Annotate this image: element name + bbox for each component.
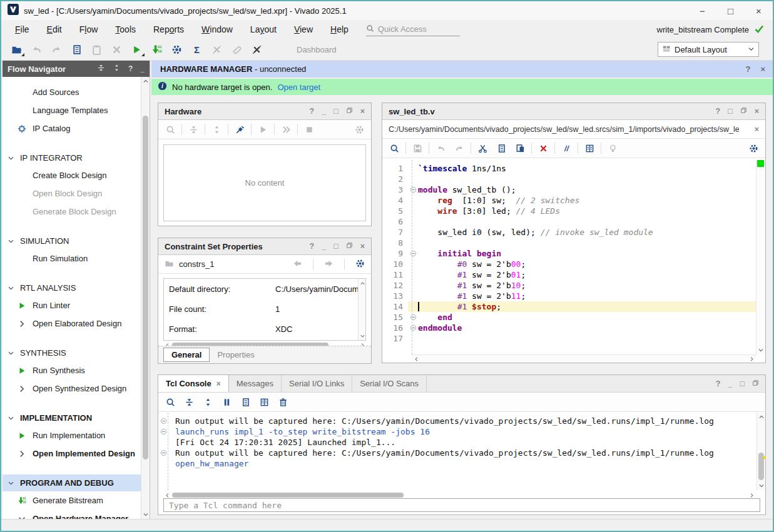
scrollbar-thumb[interactable] <box>143 116 148 459</box>
copy-button[interactable] <box>492 141 511 155</box>
menu-tools[interactable]: Tools <box>106 22 145 37</box>
code-line-9[interactable]: 9 initial begin <box>383 248 756 259</box>
flow-section-rtl-analysis[interactable]: RTL ANALYSIS <box>3 279 141 296</box>
scrollbar-thumb[interactable] <box>172 493 404 498</box>
fold-marker-icon[interactable] <box>410 314 417 321</box>
console-vertical-scrollbar[interactable] <box>756 413 765 490</box>
expand-all-icon[interactable] <box>113 64 121 74</box>
editor-vertical-scrollbar[interactable] <box>756 160 765 354</box>
open-project-button[interactable] <box>6 41 26 58</box>
code-line-12[interactable]: 12 #1 sw = 2'b10; <box>383 280 756 291</box>
copy-button[interactable] <box>236 395 255 409</box>
vertical-scrollbar[interactable] <box>358 279 365 340</box>
scroll-down-icon[interactable] <box>757 481 766 490</box>
find-button[interactable] <box>161 395 180 409</box>
maximize-icon[interactable]: □ <box>740 379 745 388</box>
layout-selector[interactable]: Default Layout <box>658 42 759 57</box>
flow-item-run-simulation[interactable]: Run Simulation <box>3 249 141 268</box>
settings-gear-icon[interactable] <box>355 259 365 270</box>
flow-section-synthesis[interactable]: SYNTHESIS <box>3 344 141 361</box>
flow-item-run-implementation[interactable]: Run Implementation <box>3 426 141 444</box>
close-path-icon[interactable]: × <box>755 125 759 134</box>
code-line-3[interactable]: 3module sw_led_tb (); <box>383 184 756 195</box>
menu-edit[interactable]: Edit <box>38 22 71 37</box>
code-line-17[interactable]: 17 <box>383 333 756 344</box>
delete-button[interactable] <box>534 141 552 155</box>
menu-help[interactable]: Help <box>322 22 357 37</box>
code-line-1[interactable]: 1`timescale 1ns/1ns <box>383 163 756 174</box>
flow-item-create-block-design[interactable]: Create Block Design <box>3 166 141 184</box>
flow-item-open-implemented-design[interactable]: Open Implemented Design <box>3 444 141 463</box>
maximize-button[interactable]: □ <box>716 1 745 20</box>
code-line-10[interactable]: 10 #0 sw = 2'b00; <box>383 259 756 269</box>
help-icon[interactable]: ? <box>310 107 315 116</box>
help-icon[interactable]: ? <box>310 242 315 251</box>
flow-item-open-hardware-manager[interactable]: Open Hardware Manager <box>3 509 141 519</box>
fold-marker-icon[interactable] <box>160 428 167 435</box>
code-area[interactable]: 1`timescale 1ns/1ns23module sw_led_tb ()… <box>383 160 765 354</box>
help-icon[interactable]: ? <box>745 64 750 74</box>
minimize-icon[interactable]: _ <box>322 107 326 116</box>
forward-arrow-icon[interactable] <box>324 259 334 270</box>
code-line-7[interactable]: 7 sw_led i0 (sw, led); // invoke sw_led … <box>383 227 756 238</box>
tab-serial-io-scans[interactable]: Serial I/O Scans <box>352 375 427 392</box>
code-line-13[interactable]: 13 #1 sw = 2'b11; <box>383 291 756 301</box>
expand-all-button[interactable] <box>198 395 217 409</box>
run-button[interactable] <box>126 41 146 58</box>
menu-layout[interactable]: Layout <box>242 22 285 37</box>
tcl-command-input[interactable] <box>164 499 760 511</box>
editor-horizontal-scrollbar[interactable] <box>411 354 756 363</box>
settings-button[interactable] <box>166 41 186 58</box>
code-line-14[interactable]: 14 #1 $stop; <box>383 301 756 312</box>
flow-item-generate-bitstream[interactable]: 0110Generate Bitstream <box>3 491 141 509</box>
flow-item-add-sources[interactable]: Add Sources <box>3 83 141 101</box>
close-icon[interactable]: × <box>760 64 765 74</box>
report-summary-button[interactable]: Σ <box>186 41 206 58</box>
flow-section-program-and-debug[interactable]: PROGRAM AND DEBUG <box>3 474 141 491</box>
float-icon[interactable] <box>740 107 747 116</box>
close-tab-icon[interactable]: × <box>216 379 221 388</box>
copy-object-button[interactable] <box>66 41 86 58</box>
tab-serial-io-links[interactable]: Serial I/O Links <box>282 375 352 392</box>
scroll-left-icon[interactable] <box>412 355 420 363</box>
float-icon[interactable] <box>346 242 353 251</box>
maximize-icon[interactable]: □ <box>334 107 339 116</box>
float-icon[interactable] <box>752 379 759 388</box>
scroll-down-icon[interactable] <box>756 346 765 354</box>
pause-output-button[interactable] <box>217 395 236 409</box>
menu-file[interactable]: File <box>6 22 38 37</box>
minimize-button[interactable]: − <box>688 1 716 20</box>
flow-section-implementation[interactable]: IMPLEMENTATION <box>3 409 141 426</box>
debug-probes-button[interactable] <box>247 41 267 58</box>
close-icon[interactable]: × <box>360 242 365 251</box>
float-icon[interactable] <box>346 107 353 116</box>
toggle-comment-button[interactable]: // <box>557 141 576 155</box>
tab-tcl-console[interactable]: Tcl Console× <box>158 375 229 392</box>
quick-access-search[interactable]: Quick Access <box>366 23 460 36</box>
minimize-icon[interactable]: _ <box>728 379 732 388</box>
code-line-11[interactable]: 11 #1 sw = 2'b01; <box>383 269 756 280</box>
flow-item-open-elaborated-design[interactable]: Open Elaborated Design <box>3 314 141 333</box>
minimize-panel-icon[interactable]: _ <box>140 64 145 73</box>
code-line-6[interactable]: 6 <box>383 216 756 227</box>
fold-marker-icon[interactable] <box>160 449 167 456</box>
flow-item-run-synthesis[interactable]: Run Synthesis <box>3 361 141 379</box>
clear-button[interactable] <box>273 395 292 409</box>
menu-window[interactable]: Window <box>193 22 242 37</box>
collapse-all-icon[interactable] <box>97 64 105 74</box>
flow-section-simulation[interactable]: SIMULATION <box>3 233 141 249</box>
fold-marker-icon[interactable] <box>410 250 417 257</box>
scroll-right-icon[interactable] <box>748 355 755 363</box>
back-arrow-icon[interactable] <box>293 259 302 270</box>
fold-marker-icon[interactable] <box>160 418 167 424</box>
hardware-panel-header[interactable]: Hardware ? _ □ × <box>158 103 371 120</box>
flow-item-open-synthesized-design[interactable]: Open Synthesized Design <box>3 379 141 398</box>
tab-general[interactable]: General <box>163 348 210 362</box>
open-target-link[interactable]: Open target <box>277 83 320 92</box>
code-line-5[interactable]: 5 wire [3:0] led; // 4 LEDs <box>383 206 756 216</box>
tab-messages[interactable]: Messages <box>229 375 282 392</box>
scroll-up-icon[interactable] <box>141 77 150 86</box>
menu-view[interactable]: View <box>285 22 322 37</box>
cut-button[interactable] <box>473 141 492 155</box>
flow-section-ip-integrator[interactable]: IP INTEGRATOR <box>3 149 141 166</box>
